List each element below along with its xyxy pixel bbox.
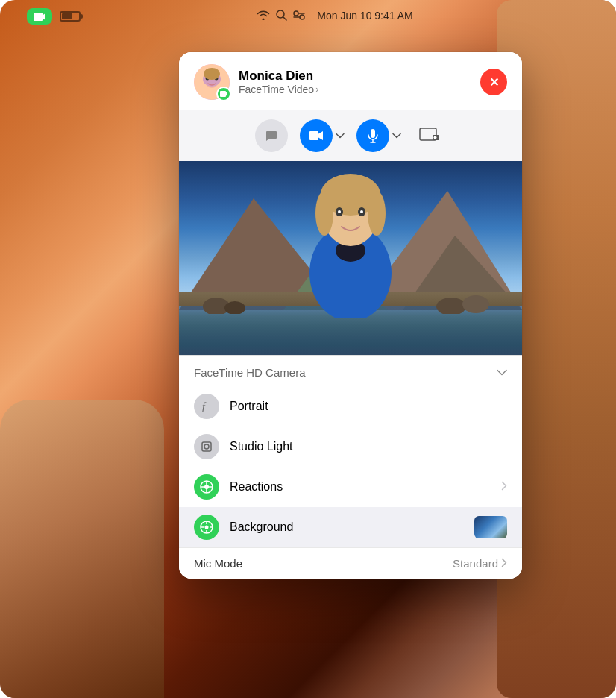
menu-item-studio-light[interactable]: Studio Light: [179, 427, 522, 467]
call-type-label: FaceTime Video: [239, 84, 314, 95]
mic-chevron[interactable]: [392, 131, 401, 141]
mic-mode-value: Standard: [453, 557, 498, 570]
caller-name: Monica Dien: [239, 69, 471, 84]
mic-mode-chevron: [501, 558, 507, 570]
background-label: Background: [230, 521, 464, 534]
control-center-icon[interactable]: [293, 10, 305, 23]
menubar-center: Mon Jun 10 9:41 AM: [81, 10, 589, 23]
svg-point-2: [294, 11, 298, 16]
background-thumbnail: [474, 516, 507, 538]
svg-point-44: [205, 526, 209, 529]
menubar-datetime: Mon Jun 10 9:41 AM: [317, 10, 412, 23]
message-button[interactable]: [255, 119, 288, 152]
reactions-right: [501, 481, 507, 493]
menu-item-background[interactable]: Background: [179, 507, 522, 547]
svg-point-17: [434, 136, 437, 139]
reactions-chevron: [501, 481, 507, 493]
battery-icon: [60, 11, 81, 22]
svg-point-30: [315, 191, 333, 236]
video-button-bubble: [300, 119, 333, 152]
facetime-menubar-icon[interactable]: [27, 8, 52, 25]
call-type[interactable]: FaceTime Video ›: [239, 84, 471, 95]
video-control-group: [300, 119, 345, 152]
svg-rect-37: [202, 442, 211, 451]
desktop-decoration-left: [0, 400, 164, 698]
screen-frame: Mon Jun 10 9:41 AM: [0, 0, 616, 698]
video-chevron[interactable]: [336, 131, 345, 141]
mic-button[interactable]: [356, 119, 389, 152]
share-screen-button[interactable]: [413, 119, 446, 152]
mic-mode-label: Mic Mode: [194, 557, 242, 570]
svg-text:f: f: [202, 401, 207, 412]
background-thumbnail-image: [474, 516, 507, 538]
menubar-left: [27, 8, 81, 25]
dropdown-menu: FaceTime HD Camera f Portrait: [179, 355, 522, 579]
close-button[interactable]: ✕: [480, 69, 507, 95]
svg-point-31: [368, 191, 386, 236]
avatar-badge: [216, 87, 231, 101]
studio-light-icon: [194, 434, 219, 459]
camera-header[interactable]: FaceTime HD Camera: [179, 356, 522, 386]
avatar-container: [194, 64, 230, 100]
svg-line-1: [283, 17, 286, 20]
portrait-icon: f: [194, 394, 219, 419]
message-button-bubble: [255, 119, 288, 152]
svg-point-3: [300, 15, 304, 19]
reactions-label: Reactions: [230, 480, 491, 494]
svg-point-25: [462, 295, 489, 313]
svg-point-34: [338, 210, 341, 213]
rocks-right: [433, 288, 492, 314]
share-screen-button-icon: [413, 119, 446, 152]
menu-item-portrait[interactable]: f Portrait: [179, 386, 522, 427]
background-icon: [194, 515, 219, 540]
menubar-wrapper: Mon Jun 10 9:41 AM: [15, 0, 601, 33]
rocks-left: [201, 292, 246, 314]
mic-control-group: [356, 119, 401, 152]
mic-mode-row[interactable]: Mic Mode Standard: [179, 547, 522, 579]
menubar: Mon Jun 10 9:41 AM: [0, 0, 616, 33]
svg-point-11: [204, 68, 220, 80]
reactions-icon: [194, 474, 219, 500]
video-button[interactable]: [300, 119, 333, 152]
call-type-chevron: ›: [315, 84, 318, 95]
call-header: Monica Dien FaceTime Video › ✕: [179, 52, 522, 110]
spotlight-icon[interactable]: [276, 10, 287, 23]
call-info: Monica Dien FaceTime Video ›: [239, 69, 471, 95]
camera-chevron: [497, 367, 507, 378]
svg-point-42: [204, 485, 209, 489]
camera-label: FaceTime HD Camera: [194, 366, 305, 379]
mic-mode-right: Standard: [453, 557, 507, 570]
menu-item-reactions[interactable]: Reactions: [179, 467, 522, 507]
person-figure: [291, 161, 410, 318]
portrait-label: Portrait: [230, 400, 507, 413]
facetime-window: Monica Dien FaceTime Video › ✕: [179, 52, 522, 579]
svg-rect-12: [371, 129, 375, 138]
wifi-icon: [257, 10, 270, 23]
mic-button-bubble: [356, 119, 389, 152]
svg-point-24: [436, 298, 466, 314]
video-area: [179, 161, 522, 355]
studio-light-label: Studio Light: [230, 440, 507, 453]
svg-point-35: [360, 210, 363, 213]
svg-point-38: [204, 444, 209, 449]
background-right: [474, 516, 507, 538]
controls-bar: [179, 110, 522, 161]
